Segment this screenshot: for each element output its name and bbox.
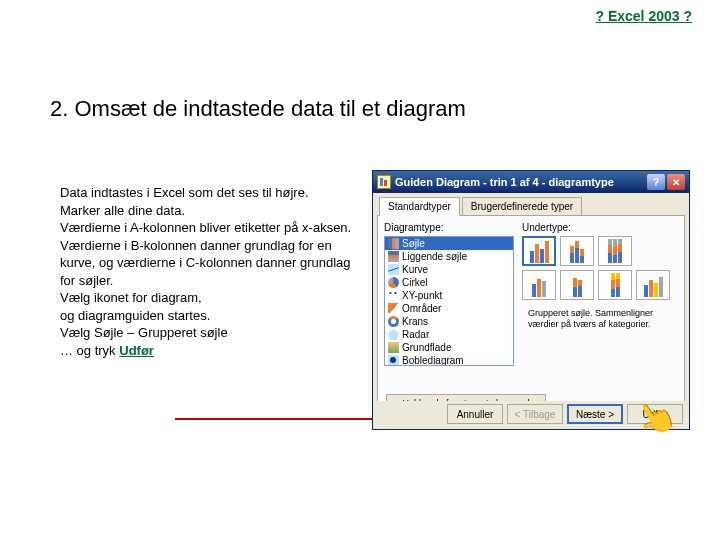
subtype-description: Grupperet søjle. Sammenligner værdier på… bbox=[522, 308, 678, 330]
scatter-chart-icon bbox=[388, 290, 399, 301]
line-chart-icon bbox=[388, 264, 399, 275]
cancel-button[interactable]: Annuller bbox=[447, 404, 503, 424]
surface-chart-icon bbox=[388, 342, 399, 353]
next-button[interactable]: Næste > bbox=[567, 404, 623, 424]
subtype-3d-stacked[interactable] bbox=[560, 270, 594, 300]
chart-type-label: Diagramtype: bbox=[384, 222, 514, 233]
tab-panel: Diagramtype: Søjle Liggende søjle Kurve … bbox=[377, 215, 685, 419]
close-button[interactable]: ✕ bbox=[667, 174, 685, 190]
back-button: < Tilbage bbox=[507, 404, 563, 424]
subtype-3d-clustered[interactable] bbox=[522, 270, 556, 300]
type-item-bar[interactable]: Liggende søjle bbox=[385, 250, 513, 263]
para-2: Marker alle dine data. bbox=[60, 203, 185, 218]
help-button[interactable]: ? bbox=[647, 174, 665, 190]
para-5b: og diagramguiden startes. bbox=[60, 308, 210, 323]
type-item-pie[interactable]: Cirkel bbox=[385, 276, 513, 289]
para-5a: Vælg ikonet for diagram, bbox=[60, 290, 202, 305]
subtype-grid bbox=[522, 236, 678, 300]
tab-strip: Standardtyper Brugerdefinerede typer bbox=[373, 193, 689, 215]
subtype-3d-100pct[interactable] bbox=[598, 270, 632, 300]
dialog-title: Guiden Diagram - trin 1 af 4 - diagramty… bbox=[395, 176, 645, 188]
instruction-text: Data indtastes i Excel som det ses til h… bbox=[60, 184, 360, 359]
dialog-titlebar[interactable]: Guiden Diagram - trin 1 af 4 - diagramty… bbox=[373, 171, 689, 193]
para-4: Værdierne i B-kolonnen danner grundlag f… bbox=[60, 238, 351, 288]
area-chart-icon bbox=[388, 303, 399, 314]
subtype-3d-column[interactable] bbox=[636, 270, 670, 300]
type-item-ring[interactable]: Krans bbox=[385, 315, 513, 328]
chart-type-listbox[interactable]: Søjle Liggende søjle Kurve Cirkel XY-pun… bbox=[384, 236, 514, 366]
finish-button[interactable]: Udfør bbox=[627, 404, 683, 424]
type-item-radar[interactable]: Radar bbox=[385, 328, 513, 341]
finish-link[interactable]: Udfør bbox=[119, 343, 154, 358]
subtype-stacked-column[interactable] bbox=[560, 236, 594, 266]
header-link-excel[interactable]: ? Excel 2003 ? bbox=[595, 8, 692, 24]
bubble-chart-icon bbox=[388, 355, 399, 366]
chart-subtype-label: Undertype: bbox=[522, 222, 678, 233]
slide-title: 2. Omsæt de indtastede data til et diagr… bbox=[50, 96, 466, 122]
chart-wizard-dialog: Guiden Diagram - trin 1 af 4 - diagramty… bbox=[372, 170, 690, 430]
para-1: Data indtastes i Excel som det ses til h… bbox=[60, 185, 309, 200]
pie-chart-icon bbox=[388, 277, 399, 288]
radar-chart-icon bbox=[388, 329, 399, 340]
column-chart-icon bbox=[388, 238, 399, 249]
dialog-button-row: Annuller < Tilbage Næste > Udfør bbox=[373, 401, 689, 427]
doughnut-chart-icon bbox=[388, 316, 399, 327]
subtype-clustered-column[interactable] bbox=[522, 236, 556, 266]
para-6: Vælg Søjle – Grupperet søjle bbox=[60, 325, 228, 340]
para-7-prefix: … og tryk bbox=[60, 343, 119, 358]
type-item-area[interactable]: Områder bbox=[385, 302, 513, 315]
type-item-line[interactable]: Kurve bbox=[385, 263, 513, 276]
tab-standard-types[interactable]: Standardtyper bbox=[379, 197, 460, 216]
type-item-xy[interactable]: XY-punkt bbox=[385, 289, 513, 302]
type-item-surface[interactable]: Grundflade bbox=[385, 341, 513, 354]
bar-chart-icon bbox=[388, 251, 399, 262]
chart-wizard-icon bbox=[377, 175, 391, 189]
type-item-bubble[interactable]: Boblediagram bbox=[385, 354, 513, 366]
subtype-100pct-stacked[interactable] bbox=[598, 236, 632, 266]
tab-custom-types[interactable]: Brugerdefinerede typer bbox=[462, 197, 582, 215]
type-item-column[interactable]: Søjle bbox=[385, 237, 513, 250]
para-3: Værdierne i A-kolonnen bliver etiketter … bbox=[60, 220, 351, 235]
